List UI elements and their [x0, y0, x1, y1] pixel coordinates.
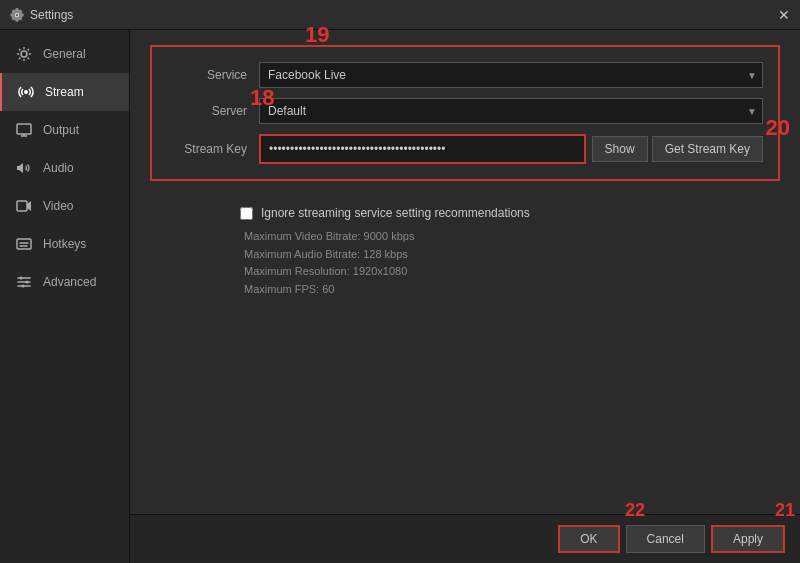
sidebar-item-hotkeys[interactable]: Hotkeys: [0, 225, 129, 263]
sidebar-label-hotkeys: Hotkeys: [43, 237, 86, 251]
stream-form-section: Service Facebook Live ▼ Server Default ▼: [150, 45, 780, 181]
sidebar-label-advanced: Advanced: [43, 275, 96, 289]
svg-rect-4: [17, 239, 31, 249]
service-select[interactable]: Facebook Live: [259, 62, 763, 88]
svg-point-0: [21, 51, 27, 57]
sidebar-item-video[interactable]: Video: [0, 187, 129, 225]
stream-key-label: Stream Key: [167, 142, 247, 156]
main-layout: General Stream Output: [0, 30, 800, 563]
svg-rect-2: [17, 124, 31, 134]
output-icon: [15, 121, 33, 139]
sidebar-label-audio: Audio: [43, 161, 74, 175]
server-select[interactable]: Default: [259, 98, 763, 124]
max-fps: Maximum FPS: 60: [244, 281, 780, 299]
titlebar-left: Settings: [10, 8, 73, 22]
annotation-22: 22: [625, 500, 645, 521]
cancel-button[interactable]: Cancel: [626, 525, 705, 553]
footer: 22 21 OK Cancel Apply: [130, 514, 800, 563]
recommendations-section: Ignore streaming service setting recomme…: [150, 206, 780, 298]
stream-key-input[interactable]: [261, 136, 584, 162]
show-button[interactable]: Show: [592, 136, 648, 162]
server-row: Server Default ▼: [167, 98, 763, 124]
sidebar: General Stream Output: [0, 30, 130, 563]
sidebar-item-general[interactable]: General: [0, 35, 129, 73]
sidebar-label-video: Video: [43, 199, 73, 213]
service-row: Service Facebook Live ▼: [167, 62, 763, 88]
titlebar: Settings ✕: [0, 0, 800, 30]
annotation-21: 21: [775, 500, 795, 521]
sidebar-item-output[interactable]: Output: [0, 111, 129, 149]
svg-point-6: [26, 281, 29, 284]
advanced-icon: [15, 273, 33, 291]
max-resolution: Maximum Resolution: 1920x1080: [244, 263, 780, 281]
sidebar-label-output: Output: [43, 123, 79, 137]
stream-key-row: Stream Key Show Get Stream Key: [167, 134, 763, 164]
ok-button[interactable]: OK: [558, 525, 619, 553]
svg-point-1: [24, 90, 28, 94]
stream-key-wrapper: [259, 134, 586, 164]
server-label: Server: [167, 104, 247, 118]
sidebar-label-general: General: [43, 47, 86, 61]
get-stream-key-button[interactable]: Get Stream Key: [652, 136, 763, 162]
audio-icon: [15, 159, 33, 177]
service-select-wrapper[interactable]: Facebook Live ▼: [259, 62, 763, 88]
ignore-checkbox-row: Ignore streaming service setting recomme…: [240, 206, 780, 220]
sidebar-item-stream[interactable]: Stream: [0, 73, 129, 111]
svg-point-5: [20, 277, 23, 280]
window-title: Settings: [30, 8, 73, 22]
sidebar-label-stream: Stream: [45, 85, 84, 99]
apply-button[interactable]: Apply: [711, 525, 785, 553]
svg-rect-3: [17, 201, 27, 211]
content-area: 19 18 20 Service Facebook Live ▼ Server: [130, 30, 800, 563]
service-label: Service: [167, 68, 247, 82]
svg-point-7: [22, 285, 25, 288]
max-video-bitrate: Maximum Video Bitrate: 9000 kbps: [244, 228, 780, 246]
sidebar-item-advanced[interactable]: Advanced: [0, 263, 129, 301]
server-select-wrapper[interactable]: Default ▼: [259, 98, 763, 124]
hotkeys-icon: [15, 235, 33, 253]
sidebar-item-audio[interactable]: Audio: [0, 149, 129, 187]
max-audio-bitrate: Maximum Audio Bitrate: 128 kbps: [244, 246, 780, 264]
rec-info: Maximum Video Bitrate: 9000 kbps Maximum…: [240, 228, 780, 298]
ignore-recommendations-checkbox[interactable]: [240, 207, 253, 220]
general-icon: [15, 45, 33, 63]
stream-icon: [17, 83, 35, 101]
video-icon: [15, 197, 33, 215]
close-button[interactable]: ✕: [778, 7, 790, 23]
ignore-recommendations-label: Ignore streaming service setting recomme…: [261, 206, 530, 220]
settings-icon: [10, 8, 24, 22]
